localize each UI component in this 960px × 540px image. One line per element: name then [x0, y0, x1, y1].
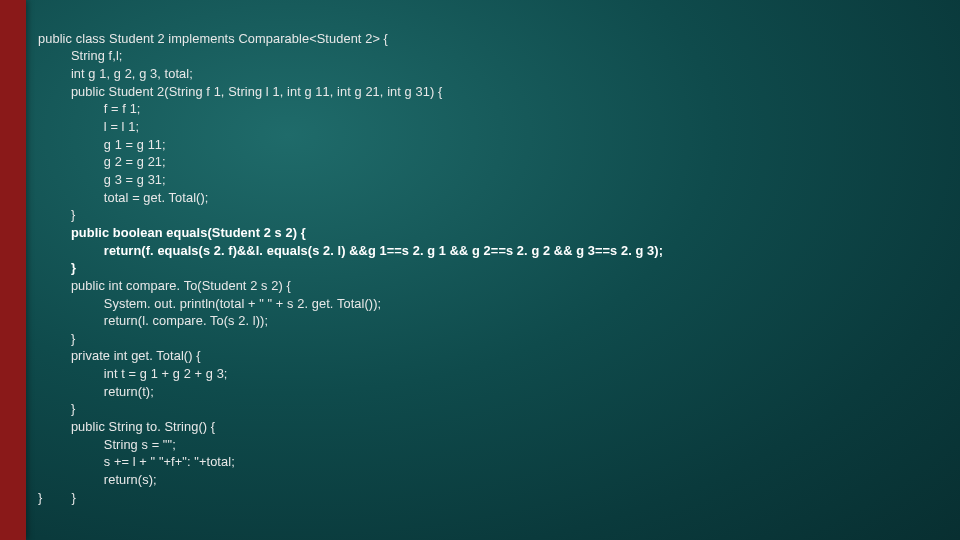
code-line: } — [38, 331, 75, 346]
code-line: String s = ""; — [38, 437, 176, 452]
code-line: public String to. String() { — [38, 419, 215, 434]
accent-bar — [0, 0, 26, 540]
code-line: return(s); — [38, 472, 157, 487]
code-line: int t = g 1 + g 2 + g 3; — [38, 366, 228, 381]
code-line: int g 1, g 2, g 3, total; — [38, 66, 193, 81]
code-line: total = get. Total(); — [38, 190, 208, 205]
code-line-bold: public boolean equals(Student 2 s 2) { — [38, 225, 306, 240]
code-line: public Student 2(String f 1, String l 1,… — [38, 84, 442, 99]
code-line: } } — [38, 490, 76, 505]
code-line: System. out. println(total + " " + s 2. … — [38, 296, 381, 311]
code-line: } — [38, 401, 75, 416]
code-line: f = f 1; — [38, 101, 141, 116]
code-line: return(t); — [38, 384, 154, 399]
code-line: String f,l; — [38, 48, 123, 63]
code-line-bold: return(f. equals(s 2. f)&&l. equals(s 2.… — [38, 243, 663, 258]
code-line: public class Student 2 implements Compar… — [38, 31, 388, 46]
code-line: private int get. Total() { — [38, 348, 201, 363]
code-line: s += l + " "+f+": "+total; — [38, 454, 235, 469]
code-line: public int compare. To(Student 2 s 2) { — [38, 278, 291, 293]
code-line-bold: } — [38, 260, 76, 275]
code-line: l = l 1; — [38, 119, 139, 134]
code-line: g 3 = g 31; — [38, 172, 166, 187]
code-line: } — [38, 207, 75, 222]
code-line: g 2 = g 21; — [38, 154, 166, 169]
code-line: return(l. compare. To(s 2. l)); — [38, 313, 268, 328]
code-block: public class Student 2 implements Compar… — [38, 12, 940, 524]
code-line: g 1 = g 11; — [38, 137, 166, 152]
slide: public class Student 2 implements Compar… — [0, 0, 960, 540]
